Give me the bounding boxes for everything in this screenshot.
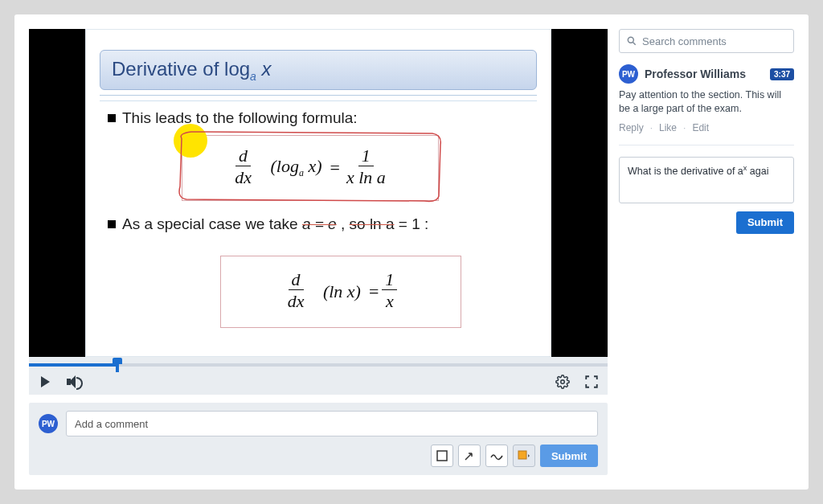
reply-link[interactable]: Reply bbox=[619, 122, 644, 133]
comment-composer: PW Add a comment Submit bbox=[29, 403, 608, 475]
reply-input[interactable]: What is the derivative of ax agai bbox=[619, 157, 794, 203]
progress-fill bbox=[29, 363, 117, 367]
play-icon bbox=[41, 376, 50, 387]
sidebar-submit-button[interactable]: Submit bbox=[736, 211, 794, 234]
volume-button[interactable] bbox=[66, 374, 82, 390]
bullet-line-2: As a special case we take a = e , so ln … bbox=[108, 215, 428, 233]
slide-title-prefix: Derivative of log bbox=[112, 58, 250, 80]
search-comments-input[interactable]: Search comments bbox=[619, 29, 794, 53]
video-controls bbox=[29, 369, 608, 395]
bullet-line-1: This leads to the following formula: bbox=[108, 109, 529, 127]
color-swatch-icon bbox=[518, 450, 530, 461]
pillarbox-right bbox=[551, 29, 608, 357]
search-placeholder: Search comments bbox=[642, 35, 727, 47]
video-player: Derivative of loga x This leads to the f… bbox=[29, 29, 608, 357]
edit-link[interactable]: Edit bbox=[692, 122, 709, 133]
like-link[interactable]: Like bbox=[659, 122, 677, 133]
app-frame: Derivative of loga x This leads to the f… bbox=[14, 14, 809, 490]
formula-1: ddx (loga x) = 1x ln a bbox=[182, 136, 438, 200]
svg-point-0 bbox=[561, 380, 565, 384]
fullscreen-icon bbox=[584, 375, 599, 389]
formula-box-1: ddx (loga x) = 1x ln a bbox=[182, 135, 439, 201]
comment-actions: Reply · Like · Edit bbox=[619, 122, 794, 133]
avatar: PW bbox=[619, 64, 638, 84]
avatar: PW bbox=[39, 414, 58, 433]
progress-thumb[interactable] bbox=[113, 358, 122, 372]
bullet-square-icon bbox=[108, 220, 116, 228]
slide-title-var: x bbox=[256, 58, 272, 80]
formula-box-2: ddx (ln x) = 1x bbox=[220, 256, 461, 328]
svg-rect-2 bbox=[518, 451, 526, 459]
comment-input[interactable]: Add a comment bbox=[66, 411, 598, 436]
video-progress[interactable] bbox=[29, 357, 608, 369]
title-underline bbox=[100, 95, 537, 101]
play-button[interactable] bbox=[37, 374, 53, 390]
comment-author: Professor Williams bbox=[645, 68, 764, 80]
volume-icon bbox=[67, 375, 81, 388]
pillarbox-left bbox=[29, 29, 85, 357]
tool-color[interactable] bbox=[513, 445, 535, 467]
fullscreen-button[interactable] bbox=[583, 374, 600, 390]
comment-body: Pay attention to the section. This will … bbox=[619, 88, 794, 116]
comment-item: PW Professor Williams 3:37 Pay attention… bbox=[619, 64, 794, 133]
svg-line-4 bbox=[633, 42, 635, 44]
divider bbox=[619, 145, 794, 145]
slide-body: This leads to the following formula: bbox=[108, 109, 529, 127]
tool-arrow[interactable] bbox=[458, 445, 481, 467]
tool-freehand[interactable] bbox=[485, 445, 508, 467]
freehand-icon bbox=[490, 451, 503, 461]
svg-rect-1 bbox=[437, 451, 447, 461]
bullet-2-text: As a special case we take a = e , so ln … bbox=[122, 215, 428, 233]
settings-button[interactable] bbox=[555, 374, 571, 390]
slide-title-sub: a bbox=[250, 69, 256, 82]
comment-timestamp[interactable]: 3:37 bbox=[770, 68, 794, 80]
gear-icon bbox=[555, 375, 570, 389]
main-column: Derivative of loga x This leads to the f… bbox=[29, 29, 608, 475]
bullet-square-icon bbox=[108, 114, 116, 122]
search-icon bbox=[626, 35, 637, 47]
slide-stage: Derivative of loga x This leads to the f… bbox=[85, 29, 551, 357]
composer-submit-button[interactable]: Submit bbox=[540, 445, 598, 467]
svg-point-3 bbox=[628, 37, 633, 43]
arrow-icon bbox=[464, 450, 475, 461]
tool-rectangle[interactable] bbox=[431, 445, 453, 467]
bullet-1-text: This leads to the following formula: bbox=[122, 109, 358, 127]
rectangle-icon bbox=[436, 450, 448, 461]
formula-2: ddx (ln x) = 1x bbox=[221, 256, 461, 327]
slide-title: Derivative of loga x bbox=[100, 50, 537, 90]
cursor-highlight bbox=[174, 124, 207, 158]
comments-sidebar: Search comments PW Professor Williams 3:… bbox=[619, 29, 794, 475]
annotation-toolbar: Submit bbox=[39, 445, 598, 467]
